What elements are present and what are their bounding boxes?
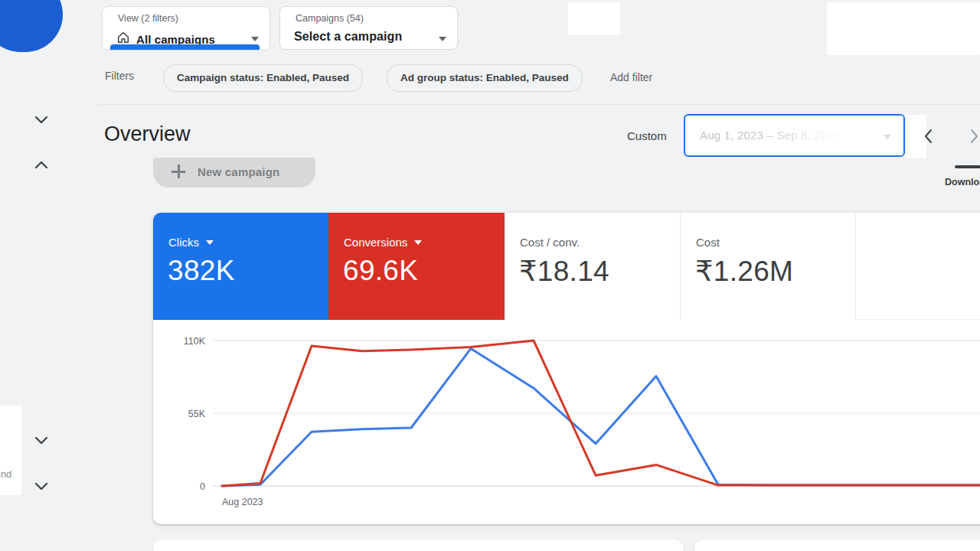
metric-label: Conversions	[344, 236, 407, 249]
metric-value: 69.6K	[343, 255, 418, 287]
download-icon	[955, 165, 980, 168]
campaign-selector-value: Select a campaign	[294, 30, 402, 44]
y-axis-tick-label: 0	[200, 481, 205, 492]
new-campaign-label: New campaign	[198, 165, 279, 178]
app-logo-pill	[0, 0, 63, 52]
metric-chip-cost-per-conv[interactable]: Cost / conv. ₹18.14	[505, 213, 680, 320]
filters-label: Filters	[105, 70, 134, 82]
redacted-area	[568, 2, 620, 35]
view-selector-label: View (2 filters)	[118, 13, 178, 24]
sidebar-partial-text: ind	[0, 468, 11, 480]
campaign-selector-label: Campaigns (54)	[296, 13, 364, 24]
next-date-range-button[interactable]	[965, 127, 980, 148]
add-filter-button[interactable]: Add filter	[610, 71, 652, 83]
redacted-area	[827, 2, 980, 55]
chevron-down-icon	[414, 240, 422, 245]
sidebar-collapse-up-icon[interactable]	[34, 159, 49, 173]
sidebar-expand-down-icon[interactable]	[34, 435, 49, 448]
campaign-selector[interactable]: Campaigns (54) Select a campaign	[279, 6, 458, 50]
new-campaign-button[interactable]: New campaign	[153, 158, 315, 187]
sidebar-expand-down-icon[interactable]	[34, 114, 49, 128]
metric-value: ₹1.26M	[695, 255, 793, 288]
chevron-down-icon	[206, 240, 214, 245]
bottom-card-left	[153, 540, 684, 551]
metric-chip-conversions[interactable]: Conversions 69.6K	[328, 213, 505, 320]
view-selector[interactable]: View (2 filters) All campaigns	[102, 6, 270, 51]
metric-label: Cost / conv.	[520, 236, 580, 249]
view-selector-value: All campaigns	[136, 33, 215, 46]
metric-chips-row: Clicks 382K Conversions 69.6K Cost / con…	[153, 213, 980, 320]
previous-date-range-button[interactable]	[920, 127, 937, 148]
series-line-clicks	[222, 348, 980, 486]
page-title: Overview	[104, 122, 191, 146]
bottom-card-right	[694, 540, 980, 551]
chevron-down-icon	[884, 135, 891, 139]
chevron-down-icon	[439, 37, 446, 41]
metric-chip-empty[interactable]	[855, 213, 980, 320]
filter-chip-ad-group-status[interactable]: Ad group status: Enabled, Paused	[387, 64, 583, 92]
metric-chip-cost[interactable]: Cost ₹1.26M	[680, 213, 855, 320]
metric-value: ₹18.14	[519, 255, 609, 288]
filter-chip-campaign-status[interactable]: Campaign status: Enabled, Paused	[163, 64, 363, 92]
metric-label: Cost	[696, 236, 720, 249]
chevron-down-icon	[251, 37, 259, 41]
sidebar-expand-down-icon[interactable]	[34, 481, 49, 494]
download-button[interactable]: Download	[945, 177, 980, 187]
overview-card: Clicks 382K Conversions 69.6K Cost / con…	[153, 213, 980, 524]
active-view-indicator	[110, 44, 260, 50]
plus-icon	[172, 165, 185, 178]
date-mode-label: Custom	[627, 129, 667, 142]
y-axis-tick-label: 110K	[184, 336, 206, 347]
x-axis-label: Aug 2023	[222, 497, 263, 507]
header-divider	[100, 104, 980, 105]
overview-chart: 110K55K0Aug 2023	[153, 329, 980, 520]
metric-chip-clicks[interactable]: Clicks 382K	[153, 213, 328, 320]
metric-value: 382K	[168, 255, 235, 287]
metric-label: Clicks	[168, 236, 199, 249]
sidebar-partial-panel: ind	[0, 406, 21, 495]
y-axis-tick-label: 55K	[188, 409, 206, 419]
date-range-picker[interactable]: Aug 1, 2023 – Sep 8, 2023	[684, 114, 905, 157]
date-range-fade-overlay	[685, 116, 903, 155]
